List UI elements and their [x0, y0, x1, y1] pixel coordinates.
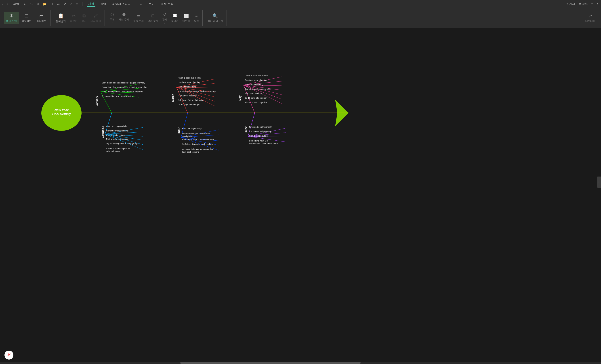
toolbar-dropdown[interactable]: ▾ — [76, 2, 78, 6]
svg-text:Plan 1 family outing: Plan 1 family outing — [245, 83, 263, 86]
btn-float-topic[interactable]: ▭ 부동 주제 — [131, 12, 145, 24]
svg-text:Finish 1 book this month: Finish 1 book this month — [245, 74, 268, 77]
svg-text:June: June — [245, 126, 248, 133]
btn-publish[interactable]: ✈ 게시 — [566, 2, 575, 6]
menu-file[interactable]: 파일 — [12, 1, 20, 7]
svg-text:January: January — [95, 96, 99, 106]
svg-text:Create a financial plan for: Create a financial plan for — [106, 147, 130, 150]
cut-icon: ✂ — [72, 13, 76, 19]
btn-multi-topic[interactable]: ⊞ 여러 주제 — [146, 12, 160, 24]
scrollbar-thumb[interactable] — [180, 362, 361, 364]
separator-1 — [82, 2, 82, 6]
btn-topic[interactable]: ⬡ 주제 ▾ — [108, 11, 116, 25]
btn-relation[interactable]: ↺ 관계 ▾ — [160, 11, 169, 25]
scrollbar-horizontal[interactable] — [0, 362, 601, 364]
svg-text:Pick a room to organize: Pick a room to organize — [245, 101, 267, 104]
back-button[interactable]: ‹ — [2, 2, 3, 6]
canvas-area[interactable]: New Year Goal Setting January Start a ne… — [0, 28, 601, 364]
paste-icon: 📋 — [58, 13, 64, 19]
svg-text:Self Care: Buy new work clothe: Self Care: Buy new work clothes — [182, 143, 213, 145]
svg-text:Continue meal planning: Continue meal planning — [249, 130, 271, 133]
forward-button[interactable]: › — [7, 2, 8, 6]
svg-text:Something new: A new hike: Something new: A new hike — [245, 88, 270, 90]
toolbar-group-view: ✳ 마인드 맵 ☰ 아웃라인 ▭ 슬라이드 — [2, 10, 50, 26]
svg-text:Plan 1 family outing Pick a ro: Plan 1 family outing Pick a room to orga… — [102, 90, 143, 93]
subtopic-icon: ⬢ — [122, 12, 126, 17]
toolbar-folder[interactable]: 📂 — [43, 2, 47, 6]
btn-export[interactable]: ↗ 내보내기 — [584, 12, 597, 24]
mindmap-icon: ✳ — [10, 13, 13, 19]
btn-paste[interactable]: 📋 붙여넣기 — [54, 12, 68, 24]
svg-text:Finish 1 book this month: Finish 1 book this month — [249, 126, 272, 128]
topic-icon: ⬡ — [110, 12, 114, 17]
btn-callout[interactable]: 💬 설명선 — [169, 12, 180, 24]
svg-text:Plan 1 family outing: Plan 1 family outing — [178, 86, 196, 88]
btn-summary[interactable]: ≡ 요약 — [192, 12, 201, 24]
svg-text:Continue meal planning: Continue meal planning — [178, 81, 200, 84]
callout-icon: 💬 — [172, 13, 177, 18]
menu-insert[interactable]: 삽입 — [99, 1, 108, 7]
toolbar-export2[interactable]: ↗ — [63, 2, 66, 6]
toolbar-group-topics: ⬡ 주제 ▾ ⬢ 서브 주제 ▾ ▭ 부동 주제 ⊞ 여러 주제 ↺ 관계 ▾ … — [106, 10, 203, 26]
toolbar: ✳ 마인드 맵 ☰ 아웃라인 ▭ 슬라이드 📋 붙여넣기 ✂ 자르기 ⧉ 복사 … — [0, 8, 601, 28]
menu-all-include[interactable]: 일체 포함 — [160, 1, 175, 7]
right-panel-toggle[interactable]: › — [597, 177, 601, 188]
toolbar-group-find: 🔍 찾기 & 바꾸기 — [204, 10, 227, 26]
relation-dropdown-icon[interactable]: ▾ — [164, 22, 165, 24]
svg-text:Try something new: A baby grou: Try something new: A baby group — [106, 142, 138, 145]
svg-text:Read 5+ pages daily: Read 5+ pages daily — [182, 127, 201, 130]
svg-text:Self Care: Sleep in: Self Care: Sleep in — [245, 92, 262, 95]
summary-icon: ≡ — [195, 14, 198, 18]
toolbar-print[interactable]: 🖨 — [57, 2, 60, 6]
menu-redo[interactable]: ↪ — [30, 2, 33, 6]
btn-help[interactable]: ? — [591, 2, 593, 6]
border-icon: ⬜ — [184, 13, 189, 18]
menu-undo[interactable]: ↩ — [24, 2, 27, 6]
svg-text:April: April — [178, 127, 181, 134]
btn-share[interactable]: ⇄ 공유 — [579, 2, 588, 6]
svg-text:Read 10+ pages daily: Read 10+ pages daily — [106, 125, 127, 127]
btn-slide[interactable]: ▭ 슬라이드 — [34, 12, 49, 24]
mindmap-svg: New Year Goal Setting January Start a ne… — [18, 50, 364, 175]
topic-dropdown-icon[interactable]: ▾ — [112, 22, 113, 24]
outline-icon: ☰ — [25, 13, 29, 19]
svg-text:Do 15 days of no sugar: Do 15 days of no sugar — [245, 97, 267, 99]
menu-advanced[interactable]: 고급 — [135, 1, 144, 7]
svg-text:May: May — [238, 95, 241, 101]
svg-text:February: February — [102, 126, 105, 138]
toolbar-add[interactable]: ⊞ — [36, 2, 39, 6]
svg-text:Increase debt payments now tha: Increase debt payments now that — [182, 148, 213, 150]
find-icon: 🔍 — [212, 13, 218, 19]
svg-text:Self Care: Get my hair done: Self Care: Get my hair done — [178, 99, 204, 101]
btn-outline[interactable]: ☰ 아웃라인 — [20, 12, 34, 24]
svg-text:Every Saturday start making a : Every Saturday start making a weekly mea… — [102, 86, 147, 88]
toolbar-note[interactable]: 🗒 — [50, 2, 53, 6]
svg-text:Something new: A new workout p: Something new: A new workout program — [178, 90, 216, 92]
toolbar-check[interactable]: ☑ — [70, 2, 73, 6]
btn-collapse-menu[interactable]: ∧ — [597, 2, 599, 6]
btn-format-copy: 🖊 서식 복사 — [89, 12, 103, 24]
btn-border[interactable]: ⬜ 테두리 — [181, 12, 192, 24]
menu-start[interactable]: 시작 — [87, 1, 95, 7]
toolbar-group-export: ↗ 내보내기 — [582, 10, 599, 26]
btn-find-replace[interactable]: 🔍 찾기 & 바꾸기 — [206, 12, 225, 24]
svg-text:Plan 1 family outing: Plan 1 family outing — [249, 134, 268, 137]
svg-text:Goal Setting: Goal Setting — [52, 112, 71, 116]
menu-bar: ‹ › 파일 ↩ ↪ ⊞ 📂 🗒 🖨 ↗ ☑ ▾ 시작 삽입 페이지 스타일 고… — [0, 0, 601, 8]
btn-subtopic[interactable]: ⬢ 서브 주제 ▾ — [117, 11, 131, 25]
menu-view[interactable]: 보기 — [148, 1, 156, 7]
multi-topic-icon: ⊞ — [151, 13, 155, 18]
btn-copy: ⧉ 복사 — [80, 12, 88, 24]
float-topic-icon: ▭ — [137, 13, 140, 18]
svg-line-76 — [248, 113, 255, 136]
svg-text:March: March — [171, 94, 174, 102]
subtopic-dropdown-icon[interactable]: ▾ — [124, 22, 124, 24]
svg-text:debt reduction: debt reduction — [106, 150, 120, 153]
btn-mindmap[interactable]: ✳ 마인드 맵 — [4, 12, 19, 24]
svg-text:Continue meal planning: Continue meal planning — [245, 79, 267, 81]
menu-page-style[interactable]: 페이지 스타일 — [111, 1, 132, 7]
svg-text:I am back to work: I am back to work — [182, 151, 199, 153]
svg-text:Try something new : A new reci: Try something new : A new recipe — [102, 95, 133, 97]
toolbar-group-edit: 📋 붙여넣기 ✂ 자르기 ⧉ 복사 🖊 서식 복사 — [52, 10, 105, 26]
svg-text:Do 10 days of no sugar: Do 10 days of no sugar — [178, 103, 200, 106]
